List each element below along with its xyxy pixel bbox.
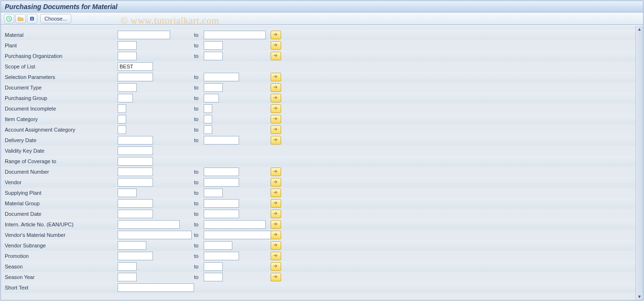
from-input[interactable] <box>118 52 137 60</box>
to-label: to <box>194 53 204 59</box>
arrow-right-icon <box>273 43 279 48</box>
multiple-selection-button[interactable] <box>271 231 281 239</box>
from-input[interactable] <box>118 231 192 239</box>
scroll-up-arrow-icon[interactable]: ▲ <box>637 26 642 33</box>
form-row: Delivery Dateto <box>3 135 635 145</box>
to-input[interactable] <box>204 262 223 271</box>
to-label: to <box>194 74 204 80</box>
to-input[interactable] <box>204 252 239 260</box>
info-icon: i <box>29 15 35 22</box>
to-input[interactable] <box>204 94 219 102</box>
multiple-selection-button[interactable] <box>271 125 281 134</box>
to-input[interactable] <box>204 41 223 50</box>
to-input[interactable] <box>204 52 223 60</box>
to-input[interactable] <box>204 115 212 123</box>
form-row: Vendorto <box>3 177 635 188</box>
multiple-selection-button[interactable] <box>271 189 281 197</box>
from-input[interactable] <box>118 41 137 50</box>
from-input[interactable] <box>118 31 170 39</box>
to-input[interactable] <box>204 231 273 239</box>
multiple-selection-button[interactable] <box>271 252 281 260</box>
multiple-selection-button[interactable] <box>271 104 281 113</box>
to-input[interactable] <box>204 241 232 250</box>
multiple-selection-button[interactable] <box>271 167 281 176</box>
vertical-scrollbar[interactable]: ▲ ▼ <box>635 26 643 300</box>
form-row: Short Text <box>3 282 635 293</box>
form-row: Vendor's Material Numberto <box>3 230 635 240</box>
from-input[interactable] <box>118 157 153 166</box>
to-input[interactable] <box>204 136 239 145</box>
from-input[interactable] <box>118 146 153 155</box>
multiple-selection-button[interactable] <box>271 199 281 208</box>
multiple-selection-button[interactable] <box>271 41 281 50</box>
from-input[interactable] <box>118 83 137 92</box>
from-input[interactable] <box>118 283 194 292</box>
field-label: Document Type <box>3 85 118 90</box>
page-title: Purchasing Documents for Material <box>5 3 118 11</box>
choose-button[interactable]: Choose... <box>40 14 71 23</box>
from-input[interactable] <box>118 94 133 102</box>
execute-button[interactable] <box>4 14 14 23</box>
from-input[interactable] <box>118 241 146 250</box>
to-label: to <box>194 137 204 143</box>
multiple-selection-button[interactable] <box>271 94 281 102</box>
to-input[interactable] <box>204 189 223 197</box>
info-button[interactable]: i <box>27 14 37 23</box>
to-label: to <box>194 127 204 133</box>
from-input[interactable] <box>118 262 137 271</box>
to-input[interactable] <box>204 83 223 92</box>
from-input[interactable] <box>118 189 137 197</box>
to-input[interactable] <box>204 31 266 39</box>
from-input[interactable] <box>118 125 126 134</box>
from-input[interactable] <box>118 210 153 218</box>
to-label: to <box>194 243 204 248</box>
from-input[interactable] <box>118 220 180 229</box>
field-label: Season <box>3 264 118 269</box>
to-input[interactable] <box>204 178 239 187</box>
multiple-selection-button[interactable] <box>271 115 281 123</box>
form-row: Seasonto <box>3 261 635 272</box>
to-input[interactable] <box>204 104 212 113</box>
multiple-selection-button[interactable] <box>271 241 281 250</box>
to-label: to <box>194 222 204 227</box>
multiple-selection-button[interactable] <box>271 178 281 187</box>
to-input[interactable] <box>204 273 223 281</box>
from-input[interactable] <box>118 62 153 71</box>
form-row: Document Numberto <box>3 167 635 177</box>
form-row: Plantto <box>3 40 635 51</box>
multiple-selection-button[interactable] <box>271 52 281 60</box>
from-input[interactable] <box>118 136 153 145</box>
field-label: Intern. Article No. (EAN/UPC) <box>3 222 118 227</box>
form-row: Season Yearto <box>3 272 635 282</box>
to-input[interactable] <box>204 220 266 229</box>
to-input[interactable] <box>204 73 239 81</box>
to-label: to <box>194 190 204 196</box>
field-label: Vendor's Material Number <box>3 232 118 238</box>
app-window: Purchasing Documents for Material i Choo… <box>0 0 644 301</box>
multiple-selection-button[interactable] <box>271 210 281 218</box>
scroll-down-arrow-icon[interactable]: ▼ <box>637 293 642 300</box>
to-input[interactable] <box>204 167 239 176</box>
field-label: Vendor <box>3 179 118 185</box>
multiple-selection-button[interactable] <box>271 73 281 81</box>
multiple-selection-button[interactable] <box>271 273 281 281</box>
multiple-selection-button[interactable] <box>271 262 281 271</box>
to-input[interactable] <box>204 210 239 218</box>
from-input[interactable] <box>118 104 126 113</box>
from-input[interactable] <box>118 199 153 208</box>
from-input[interactable] <box>118 167 153 176</box>
to-input[interactable] <box>204 125 212 134</box>
multiple-selection-button[interactable] <box>271 31 281 39</box>
from-input[interactable] <box>118 73 153 81</box>
from-input[interactable] <box>118 252 153 260</box>
arrow-right-icon <box>273 274 279 280</box>
multiple-selection-button[interactable] <box>271 83 281 92</box>
from-input[interactable] <box>118 273 137 281</box>
get-variant-button[interactable] <box>15 14 26 23</box>
multiple-selection-button[interactable] <box>271 220 281 229</box>
from-input[interactable] <box>118 178 153 187</box>
form-row: Document Dateto <box>3 209 635 219</box>
multiple-selection-button[interactable] <box>271 136 281 145</box>
to-input[interactable] <box>204 199 239 208</box>
from-input[interactable] <box>118 115 126 123</box>
